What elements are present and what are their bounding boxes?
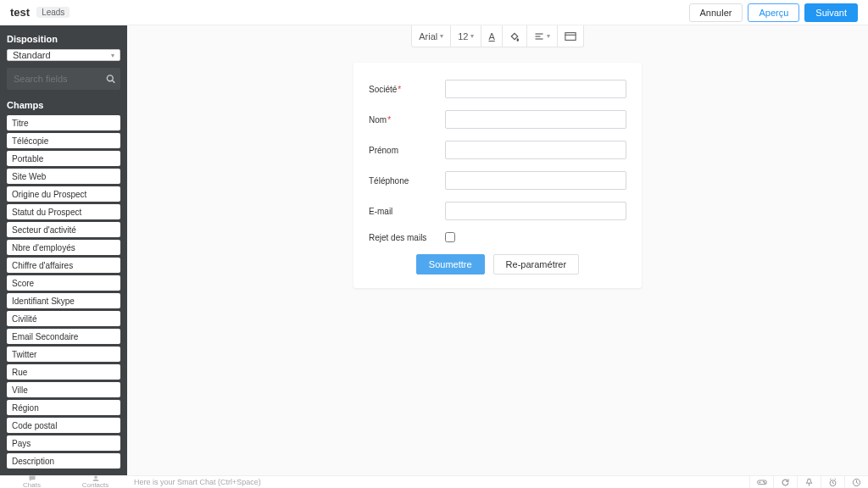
search-icon <box>106 75 115 84</box>
form-checkbox[interactable] <box>445 232 455 242</box>
svg-line-18 <box>835 479 836 480</box>
form-text-input[interactable] <box>445 110 626 129</box>
field-item[interactable]: Twitter <box>7 347 120 362</box>
layout-select-value: Standard <box>13 50 51 60</box>
next-button[interactable]: Suivant <box>804 3 858 22</box>
font-family-select[interactable]: Arial▾ <box>412 25 451 47</box>
field-item[interactable]: Secteur d'activité <box>7 222 120 237</box>
form-width-button[interactable] <box>558 25 583 47</box>
field-item[interactable]: Site Web <box>7 169 120 184</box>
chats-tab[interactable]: Chats <box>0 475 64 488</box>
text-color-button[interactable]: A <box>481 25 502 47</box>
pin-icon[interactable] <box>797 476 821 489</box>
search-fields-input[interactable] <box>7 68 120 90</box>
field-item[interactable]: Code postal <box>7 418 120 433</box>
field-item[interactable]: Pays <box>7 435 120 451</box>
font-size-select[interactable]: 12▾ <box>451 25 481 47</box>
svg-line-21 <box>857 482 859 483</box>
form-row: Nom <box>369 110 626 129</box>
field-item[interactable]: Origine du Prospect <box>7 186 120 202</box>
form-field-label: Téléphone <box>369 176 445 186</box>
chevron-down-icon: ▾ <box>470 32 474 40</box>
field-item[interactable]: Région <box>7 400 120 415</box>
svg-rect-5 <box>565 32 576 40</box>
form-field-label: Prénom <box>369 146 445 155</box>
form-row: E-mail <box>369 202 626 220</box>
field-item[interactable]: Statut du Prospect <box>7 204 120 219</box>
svg-point-0 <box>107 75 113 81</box>
history-icon[interactable] <box>844 476 868 489</box>
align-icon <box>534 31 544 42</box>
smart-chat-hint[interactable]: Here is your Smart Chat (Ctrl+Space) <box>127 478 749 486</box>
form-field-label: Nom <box>369 115 445 125</box>
chevron-down-icon: ▾ <box>111 52 114 59</box>
bg-color-button[interactable] <box>503 25 527 47</box>
refresh-icon[interactable] <box>773 476 797 489</box>
form-field-label: Société <box>369 85 445 94</box>
field-item[interactable]: Nbre d'employés <box>7 240 120 255</box>
field-item[interactable]: Portable <box>7 151 120 166</box>
form-card: SociétéNomPrénomTéléphoneE-mailRejet des… <box>353 63 642 288</box>
chevron-down-icon: ▾ <box>440 32 443 40</box>
text-color-icon: A <box>488 31 494 42</box>
svg-point-7 <box>94 476 97 480</box>
field-item[interactable]: Description <box>7 453 120 469</box>
svg-point-12 <box>764 482 765 483</box>
contacts-icon <box>92 475 100 481</box>
format-toolbar: Arial▾ 12▾ A ▾ <box>411 25 584 47</box>
preview-button[interactable]: Aperçu <box>748 3 799 22</box>
form-text-input[interactable] <box>445 141 626 159</box>
layout-icon <box>565 31 576 42</box>
svg-line-16 <box>833 483 834 484</box>
chat-icon <box>28 475 36 481</box>
contacts-tab[interactable]: Contacts <box>64 475 127 488</box>
gamepad-icon[interactable] <box>749 476 773 489</box>
field-item[interactable]: Score <box>7 275 120 291</box>
form-text-input[interactable] <box>445 202 626 220</box>
chevron-down-icon: ▾ <box>547 32 550 40</box>
field-item[interactable]: Ville <box>7 382 120 397</box>
bottom-bar: Chats Contacts Here is your Smart Chat (… <box>0 475 868 488</box>
form-row: Prénom <box>369 141 626 159</box>
form-row: Téléphone <box>369 171 626 190</box>
canvas: Arial▾ 12▾ A ▾ SociétéNomPrénomTéléphone… <box>127 25 868 475</box>
fields-section-label: Champs <box>7 100 120 110</box>
form-row: Société <box>369 80 626 98</box>
sidebar: Disposition Standard ▾ Champs TitreTéléc… <box>0 25 127 475</box>
field-item[interactable]: Rue <box>7 364 120 380</box>
submit-button[interactable]: Soumettre <box>416 254 485 274</box>
form-row: Rejet des mails <box>369 232 626 242</box>
alarm-icon[interactable] <box>821 476 844 489</box>
reset-button[interactable]: Re-paramétrer <box>493 254 580 274</box>
layout-section-label: Disposition <box>7 34 120 44</box>
svg-line-1 <box>113 80 115 83</box>
page-title: test <box>10 6 30 19</box>
field-item[interactable]: Titre <box>7 115 120 130</box>
module-badge: Leads <box>36 7 70 18</box>
field-item[interactable]: Télécopie <box>7 133 120 148</box>
field-item[interactable]: Email Secondaire <box>7 329 120 344</box>
form-field-label: E-mail <box>369 207 445 216</box>
align-button[interactable]: ▾ <box>527 25 558 47</box>
form-text-input[interactable] <box>445 171 626 190</box>
form-field-label: Rejet des mails <box>369 233 445 242</box>
cancel-button[interactable]: Annuler <box>689 3 743 22</box>
field-item[interactable]: Chiffre d'affaires <box>7 258 120 273</box>
layout-select[interactable]: Standard ▾ <box>7 49 120 61</box>
svg-point-11 <box>763 481 764 482</box>
paint-bucket-icon <box>509 31 520 42</box>
field-item[interactable]: Civilité <box>7 311 120 326</box>
svg-line-17 <box>830 479 831 480</box>
field-item[interactable]: Identifiant Skype <box>7 293 120 308</box>
form-text-input[interactable] <box>445 80 626 98</box>
